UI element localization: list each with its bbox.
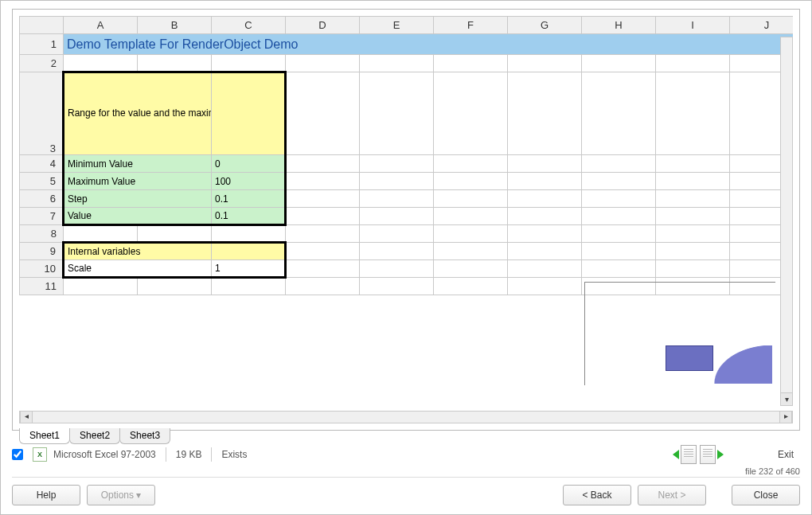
cell[interactable] [656, 55, 730, 72]
col-header-G[interactable]: G [508, 17, 582, 34]
cell[interactable] [434, 155, 508, 173]
cell[interactable] [286, 278, 360, 295]
cell[interactable] [286, 260, 360, 278]
col-header-E[interactable]: E [360, 17, 434, 34]
cell[interactable] [582, 208, 656, 225]
cell[interactable] [582, 243, 656, 260]
cell-step-value[interactable]: 0.1 [212, 190, 286, 208]
cell[interactable] [138, 278, 212, 295]
corner-header[interactable] [20, 17, 64, 34]
row-header-11[interactable]: 11 [20, 278, 64, 295]
row-header-1[interactable]: 1 [20, 34, 64, 55]
cell[interactable] [434, 243, 508, 260]
close-button[interactable]: Close [732, 485, 800, 505]
cell[interactable] [286, 190, 360, 208]
row-header-5[interactable]: 5 [20, 173, 64, 190]
exit-button[interactable]: Exit [771, 446, 800, 463]
cell[interactable] [582, 225, 656, 243]
cell[interactable] [656, 260, 730, 278]
cell[interactable] [508, 243, 582, 260]
cell[interactable] [64, 278, 138, 295]
cell[interactable] [360, 173, 434, 190]
cell[interactable] [508, 278, 582, 295]
cell[interactable] [434, 260, 508, 278]
cell[interactable] [434, 225, 508, 243]
col-header-C[interactable]: C [212, 17, 286, 34]
cell[interactable] [360, 243, 434, 260]
cell[interactable] [582, 55, 656, 72]
row-header-8[interactable]: 8 [20, 225, 64, 243]
cell[interactable] [656, 208, 730, 225]
cell[interactable] [656, 155, 730, 173]
cell[interactable] [582, 173, 656, 190]
row-header-2[interactable]: 2 [20, 55, 64, 72]
scroll-left-icon[interactable]: ◂ [20, 412, 33, 423]
cell[interactable] [360, 260, 434, 278]
scroll-track[interactable] [33, 412, 779, 423]
vertical-scrollbar[interactable]: ▾ [780, 37, 793, 406]
cell-scale-value[interactable]: 1 [212, 260, 286, 278]
cell-value-label[interactable]: Value [64, 208, 212, 225]
cell[interactable] [212, 243, 286, 260]
include-checkbox[interactable] [12, 449, 23, 460]
cell[interactable] [656, 72, 730, 155]
col-header-D[interactable]: D [286, 17, 360, 34]
cell[interactable] [360, 225, 434, 243]
row-header-10[interactable]: 10 [20, 260, 64, 278]
col-header-B[interactable]: B [138, 17, 212, 34]
cell-block2-header[interactable]: Internal variables [64, 243, 212, 260]
cell[interactable] [508, 208, 582, 225]
cell[interactable] [508, 260, 582, 278]
cell[interactable] [508, 173, 582, 190]
help-button[interactable]: Help [12, 485, 80, 505]
cell[interactable] [360, 155, 434, 173]
cell-scale-label[interactable]: Scale [64, 260, 212, 278]
cell[interactable] [138, 225, 212, 243]
cell[interactable] [360, 72, 434, 155]
cell[interactable] [656, 173, 730, 190]
cell-title[interactable]: Demo Template For RenderObject Demo [64, 34, 794, 55]
cell[interactable] [360, 55, 434, 72]
cell[interactable] [656, 190, 730, 208]
cell[interactable] [286, 208, 360, 225]
row-header-4[interactable]: 4 [20, 155, 64, 173]
next-button[interactable]: Next > [638, 485, 706, 505]
cell[interactable] [434, 278, 508, 295]
cell[interactable] [360, 278, 434, 295]
cell[interactable] [286, 72, 360, 155]
cell[interactable] [582, 72, 656, 155]
cell[interactable] [64, 225, 138, 243]
col-header-J[interactable]: J [730, 17, 794, 34]
col-header-F[interactable]: F [434, 17, 508, 34]
cell[interactable] [508, 72, 582, 155]
col-header-H[interactable]: H [582, 17, 656, 34]
row-header-9[interactable]: 9 [20, 243, 64, 260]
scroll-right-icon[interactable]: ▸ [779, 412, 792, 423]
cell[interactable] [434, 173, 508, 190]
cell[interactable] [434, 55, 508, 72]
cell[interactable] [508, 155, 582, 173]
cell[interactable] [212, 72, 286, 155]
row-header-7[interactable]: 7 [20, 208, 64, 225]
cell[interactable] [434, 72, 508, 155]
prev-doc-icon[interactable] [673, 450, 679, 459]
scroll-down-icon[interactable]: ▾ [781, 392, 792, 405]
cell[interactable] [508, 55, 582, 72]
cell[interactable] [286, 155, 360, 173]
col-header-A[interactable]: A [64, 17, 138, 34]
back-button[interactable]: < Back [563, 485, 631, 505]
cell[interactable] [508, 190, 582, 208]
col-header-I[interactable]: I [656, 17, 730, 34]
cell[interactable] [582, 260, 656, 278]
cell-block1-desc[interactable]: Range for the value and the maximum and … [64, 72, 212, 155]
cell[interactable] [138, 55, 212, 72]
cell[interactable] [286, 55, 360, 72]
cell-step-label[interactable]: Step [64, 190, 212, 208]
cell[interactable] [656, 243, 730, 260]
cell[interactable] [286, 225, 360, 243]
row-header-3[interactable]: 3 [20, 72, 64, 155]
cell[interactable] [508, 225, 582, 243]
cell[interactable] [286, 173, 360, 190]
cell[interactable] [434, 208, 508, 225]
cell[interactable] [64, 55, 138, 72]
